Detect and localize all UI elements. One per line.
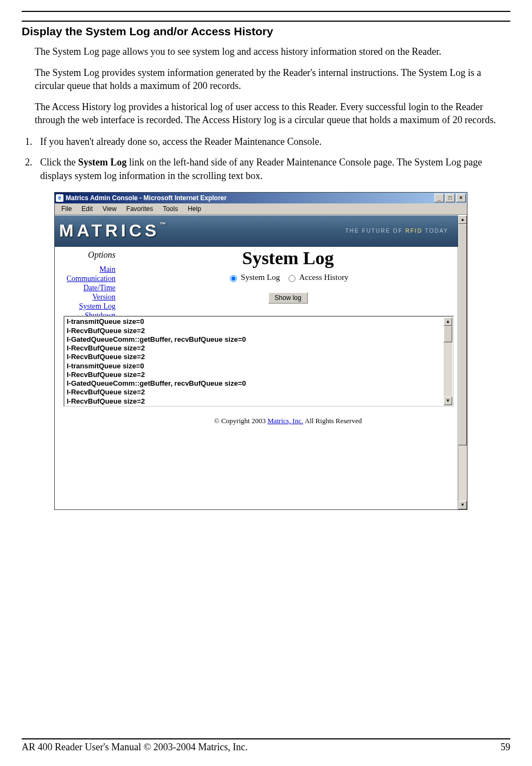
paragraph-3: The Access History log provides a histor…	[22, 101, 510, 126]
log-type-radio-group: System Log Access History	[118, 273, 458, 283]
show-log-button[interactable]: Show log	[268, 292, 307, 304]
log-scrollbar[interactable]: ▲ ▼	[444, 317, 452, 405]
radio-system-log-label: System Log	[241, 273, 280, 282]
menu-file[interactable]: File	[57, 204, 76, 214]
browser-scrollbar[interactable]: ▲ ▼	[458, 215, 467, 509]
maximize-button[interactable]: □	[445, 194, 455, 202]
page-footer: AR 400 Reader User's Manual © 2003-2004 …	[22, 738, 510, 753]
steps-list: If you haven't already done so, access t…	[22, 135, 510, 182]
matrics-link[interactable]: Matrics, Inc.	[267, 417, 303, 425]
step-2: Click the System Log link on the left-ha…	[35, 156, 510, 182]
log-line: I-RecvBufQueue size=2	[67, 344, 442, 353]
ie-icon: e	[56, 194, 63, 202]
radio-access-history[interactable]	[289, 275, 296, 282]
sidebar-link-datetime[interactable]: Date/Time	[55, 284, 116, 292]
menu-tools[interactable]: Tools	[158, 204, 182, 214]
radio-system-log[interactable]	[230, 275, 237, 282]
step-1: If you haven't already done so, access t…	[35, 135, 510, 148]
brand-tagline: THE FUTURE OF RFID TODAY	[345, 228, 448, 234]
footer-rule	[22, 738, 510, 739]
log-line: I-RecvBufQueue size=2	[67, 371, 442, 379]
sidebar-header: Options	[55, 250, 116, 260]
sidebar-link-version[interactable]: Version	[55, 293, 116, 302]
log-line: I-RecvBufQueue size=2	[67, 397, 442, 405]
menu-favorites[interactable]: Favorites	[122, 204, 157, 214]
window-titlebar: e Matrics Admin Console - Microsoft Inte…	[55, 193, 467, 203]
scroll-up-icon[interactable]: ▲	[458, 215, 467, 224]
log-line: I-GatedQueueComm::getBuffer, recvBufQueu…	[67, 379, 442, 388]
step-2-text-a: Click the	[40, 157, 78, 168]
menu-view[interactable]: View	[98, 204, 121, 214]
sidebar-link-systemlog[interactable]: System Log	[55, 302, 116, 311]
scroll-down-icon[interactable]: ▼	[458, 501, 467, 509]
minimize-button[interactable]: _	[434, 194, 444, 202]
paragraph-2: The System Log provides system informati…	[22, 67, 510, 92]
footer-page-number: 59	[501, 742, 510, 753]
menu-edit[interactable]: Edit	[77, 204, 97, 214]
log-line: I-RecvBufQueue size=2	[67, 353, 442, 361]
log-scroll-up-icon[interactable]: ▲	[444, 317, 452, 326]
window-title: Matrics Admin Console - Microsoft Intern…	[66, 194, 227, 202]
trademark-icon: ™	[159, 221, 166, 228]
log-textarea[interactable]: I-transmitQueue size=0I-RecvBufQueue siz…	[63, 316, 454, 407]
sidebar-link-communication[interactable]: Communication	[55, 275, 116, 283]
section-heading: Display the System Log and/or Access His…	[22, 25, 510, 38]
brand-name: MATRICS™	[59, 221, 166, 240]
sidebar-link-main[interactable]: Main	[55, 265, 116, 274]
close-button[interactable]: ×	[456, 194, 466, 202]
footer-left-text: AR 400 Reader User's Manual © 2003-2004 …	[22, 742, 248, 753]
console-copyright: © Copyright 2003 Matrics, Inc. All Right…	[118, 417, 458, 425]
section-top-rule	[22, 21, 510, 22]
log-line: I-GatedQueueComm::getBuffer, recvBufQueu…	[67, 335, 442, 344]
log-line: I-RecvBufQueue size=2	[67, 388, 442, 397]
log-scroll-down-icon[interactable]: ▼	[444, 397, 452, 405]
step-2-bold: System Log	[78, 157, 127, 168]
brand-banner: MATRICS™ THE FUTURE OF RFID TODAY	[55, 215, 458, 247]
log-line: I-transmitQueue size=0	[67, 362, 442, 371]
browser-menubar: File Edit View Favorites Tools Help	[55, 203, 467, 215]
radio-access-history-label: Access History	[299, 273, 348, 282]
paragraph-1: The System Log page allows you to see sy…	[22, 46, 510, 58]
log-line: I-RecvBufQueue size=2	[67, 327, 442, 335]
log-line: I-transmitQueue size=0	[67, 317, 442, 326]
browser-window: e Matrics Admin Console - Microsoft Inte…	[54, 192, 467, 510]
page-top-rule	[22, 11, 510, 12]
console-page-title: System Log	[118, 248, 458, 269]
menu-help[interactable]: Help	[183, 204, 206, 214]
